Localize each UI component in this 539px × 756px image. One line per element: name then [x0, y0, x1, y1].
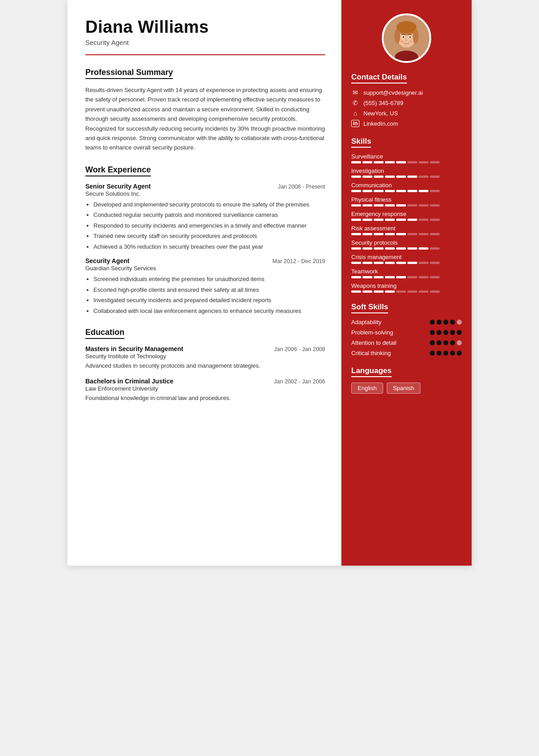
contact-location-value: NewYork, US: [363, 110, 398, 117]
languages-section: Languages EnglishSpanish: [351, 366, 462, 394]
list-item: Responded to security incidents and emer…: [93, 221, 325, 230]
skill-segment: [407, 247, 417, 250]
email-icon: ✉: [351, 89, 359, 96]
skill-bar: [351, 190, 462, 192]
skill-segment: [362, 276, 372, 278]
skill-bar: [351, 176, 462, 178]
skill-segment: [351, 290, 361, 293]
skill-segment: [396, 276, 406, 278]
skill-segment: [374, 176, 384, 178]
phone-icon: ✆: [351, 99, 359, 106]
skill-segment: [419, 219, 429, 221]
skill-segment: [407, 176, 417, 178]
skill-segment: [407, 190, 417, 192]
skill-bar: [351, 233, 462, 235]
soft-skill-dot: [450, 320, 455, 325]
soft-skill-dot: [430, 320, 435, 325]
skill-segment: [362, 290, 372, 293]
skill-item: Crisis management: [351, 254, 462, 264]
resume-container: Diana Williams Security Agent Profession…: [67, 0, 472, 566]
skill-segment: [396, 290, 406, 293]
work-experience-title: Work Experience: [85, 165, 151, 176]
svg-point-14: [409, 40, 413, 43]
skill-segment: [396, 219, 406, 221]
skill-bar: [351, 276, 462, 278]
skill-segment: [407, 219, 417, 221]
soft-skill-dot: [443, 330, 448, 335]
list-item: Developed and implemented security proto…: [93, 200, 325, 209]
education-title: Education: [85, 328, 124, 339]
job-1-header: Senior Security Agent Jan 2008 - Present: [85, 183, 325, 190]
edu-1-school: Security Institute of Technology: [85, 353, 325, 360]
skill-segment: [430, 233, 440, 235]
skill-bar: [351, 204, 462, 207]
soft-skill-name: Problem-solving: [351, 329, 430, 336]
skill-segment: [385, 247, 395, 250]
skill-item: Investigation: [351, 167, 462, 178]
skill-segment: [419, 161, 429, 163]
skill-segment: [362, 233, 372, 235]
soft-skill-dot: [437, 340, 442, 345]
skill-name: Teamwork: [351, 268, 462, 275]
soft-skill-dot: [437, 330, 442, 335]
language-tag: English: [351, 382, 383, 394]
work-experience-section: Work Experience Senior Security Agent Ja…: [85, 165, 325, 316]
skill-segment: [419, 262, 429, 264]
skill-segment: [374, 190, 384, 192]
skill-segment: [419, 233, 429, 235]
skill-segment: [362, 176, 372, 178]
job-1-bullets: Developed and implemented security proto…: [93, 200, 325, 251]
summary-section: Professional Summary Results-driven Secu…: [85, 68, 325, 153]
left-column: Diana Williams Security Agent Profession…: [67, 0, 341, 566]
skill-segment: [419, 276, 429, 278]
job-2-bullets: Screened individuals entering the premis…: [93, 275, 325, 315]
contact-location: ⌂ NewYork, US: [351, 110, 462, 117]
soft-skill-dot: [457, 340, 462, 345]
languages-title: Languages: [351, 366, 392, 377]
skill-item: Security protocols: [351, 239, 462, 250]
skill-segment: [385, 219, 395, 221]
soft-skill-dot: [443, 340, 448, 345]
skill-segment: [385, 233, 395, 235]
soft-skill-dot: [457, 351, 462, 356]
skill-item: Communication: [351, 182, 462, 192]
soft-skills-title: Soft Skills: [351, 303, 388, 313]
skill-bar: [351, 161, 462, 163]
soft-skill-dot: [430, 340, 435, 345]
svg-point-5: [397, 21, 417, 33]
job-title: Security Agent: [85, 39, 325, 46]
list-item: Collaborated with local law enforcement …: [93, 307, 325, 316]
edu-2-desc: Foundational knowledge in criminal law a…: [85, 394, 325, 403]
soft-skill-dot: [437, 351, 442, 356]
skill-segment: [430, 204, 440, 207]
skill-bar: [351, 219, 462, 221]
skill-segment: [351, 161, 361, 163]
skill-segment: [430, 290, 440, 293]
skill-segment: [396, 176, 406, 178]
skill-segment: [430, 161, 440, 163]
skill-segment: [385, 262, 395, 264]
list-item: Achieved a 30% reduction in security bre…: [93, 242, 325, 251]
soft-skill-item: Critical thinking: [351, 350, 462, 356]
linkedin-icon: in: [351, 120, 359, 127]
skill-segment: [419, 290, 429, 293]
soft-skill-name: Adaptability: [351, 319, 430, 325]
name-title-block: Diana Williams Security Agent: [85, 18, 325, 46]
edu-1-degree: Masters in Security Management: [85, 345, 183, 352]
skill-segment: [351, 190, 361, 192]
skill-bar: [351, 262, 462, 264]
skill-segment: [407, 233, 417, 235]
soft-skill-dot: [450, 330, 455, 335]
skill-item: Weapons training: [351, 282, 462, 293]
skill-segment: [430, 176, 440, 178]
skill-name: Weapons training: [351, 282, 462, 289]
summary-text: Results-driven Security Agent with 14 ye…: [85, 85, 325, 153]
soft-skill-dot: [430, 351, 435, 356]
skills-list: SurveillanceInvestigationCommunicationPh…: [351, 153, 462, 293]
soft-skill-dot: [437, 320, 442, 325]
soft-skill-dot: [443, 320, 448, 325]
skill-segment: [396, 190, 406, 192]
edu-2-dates: Jan 2002 - Jan 2006: [274, 378, 325, 385]
skill-item: Emergency response: [351, 211, 462, 221]
summary-title: Professional Summary: [85, 68, 173, 79]
